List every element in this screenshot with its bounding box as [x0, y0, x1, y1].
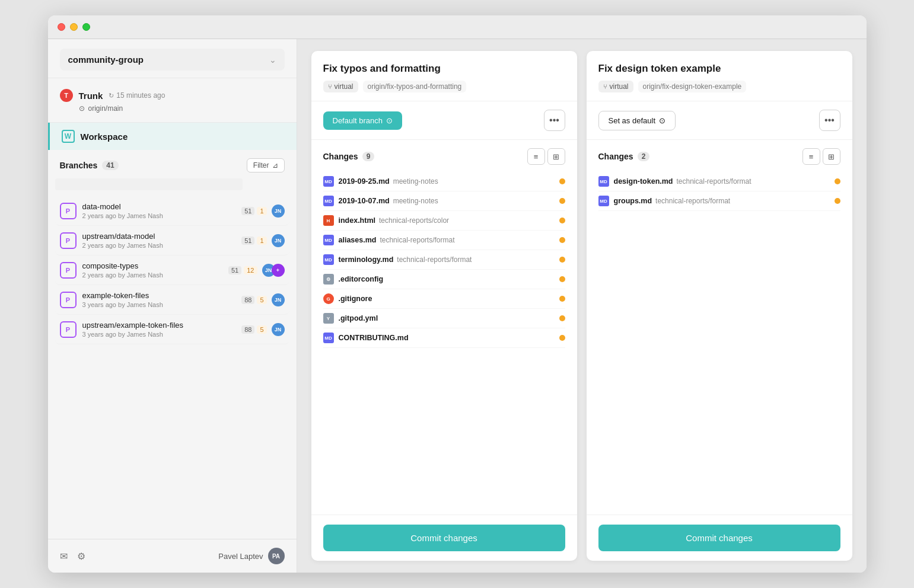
file-type-icon: MD: [598, 176, 609, 187]
avatar-multi: JN +: [262, 264, 285, 277]
list-view-button-2[interactable]: ≡: [802, 148, 820, 165]
more-options-button-2[interactable]: •••: [819, 110, 840, 131]
set-default-button[interactable]: Set as default ⊙: [598, 111, 676, 130]
title-bar: [48, 15, 867, 39]
list-item[interactable]: P data-model 2 years ago by James Nash 5…: [55, 196, 289, 226]
commit-btn-area-2: Commit changes: [587, 514, 852, 561]
close-button[interactable]: [58, 23, 65, 31]
file-item[interactable]: MD terminology.md technical-reports/form…: [323, 250, 565, 270]
file-status-dot: [559, 315, 565, 321]
set-default-label: Set as default: [609, 116, 656, 125]
file-path: technical-reports/color: [379, 216, 559, 225]
file-name: index.html: [339, 216, 376, 225]
branch-meta: 2 years ago by James Nash: [82, 212, 242, 219]
user-avatar: PA: [268, 548, 285, 564]
workspace-selector[interactable]: community-group ⌄: [60, 49, 285, 71]
branch-stats: 51 1: [241, 207, 266, 215]
stat-badge-changes: 1: [257, 237, 266, 245]
badge-virtual-label-2: virtual: [610, 82, 629, 91]
workspace-item[interactable]: W Workspace: [48, 123, 297, 150]
file-item[interactable]: G .gitignore: [323, 289, 565, 309]
file-path: technical-reports/format: [677, 177, 835, 186]
file-item[interactable]: MD 2019-10-07.md meeting-notes: [323, 191, 565, 211]
changes-view-buttons-1: ≡ ⊞: [527, 148, 565, 165]
file-item[interactable]: MD aliases.md technical-reports/format: [323, 231, 565, 250]
file-status-dot: [559, 178, 565, 184]
branches-header: Branches 41 Filter ⊿: [48, 150, 297, 178]
list-item[interactable]: P example-token-files 3 years ago by Jam…: [55, 285, 289, 315]
changes-title-2: Changes 2: [598, 152, 650, 161]
more-options-button-1[interactable]: •••: [544, 110, 565, 131]
changes-title-1: Changes 9: [323, 152, 375, 161]
file-path: technical-reports/format: [380, 236, 559, 244]
tree-view-button-2[interactable]: ⊞: [823, 148, 840, 165]
list-item[interactable]: P upstream/example-token-files 3 years a…: [55, 315, 289, 344]
default-branch-button[interactable]: Default branch ⊙: [323, 111, 403, 130]
trunk-time: ↻ 15 minutes ago: [109, 91, 165, 100]
file-status-dot: [835, 178, 840, 184]
filter-icon: ⊿: [272, 161, 278, 170]
workspace-name: community-group: [68, 55, 144, 65]
file-type-icon: MD: [323, 333, 334, 343]
virtual-icon: ⑂: [328, 83, 332, 90]
list-item[interactable]: P upstream/data-model 2 years ago by Jam…: [55, 226, 289, 255]
filter-label: Filter: [253, 161, 269, 170]
file-type-icon: MD: [323, 254, 334, 265]
file-item[interactable]: MD groups.md technical-reports/format: [598, 191, 840, 211]
trunk-origin-text: origin/main: [88, 104, 123, 113]
trunk-section: T Trunk ↻ 15 minutes ago ⊙ origin/main: [48, 78, 297, 123]
chevron-down-icon: ⌄: [269, 55, 276, 65]
file-name: design-token.md: [614, 177, 673, 186]
file-path: meeting-notes: [393, 177, 559, 186]
file-item[interactable]: H index.html technical-reports/color: [323, 211, 565, 231]
branch-stats: 88 5: [241, 296, 266, 304]
changes-count-1: 9: [362, 152, 375, 161]
file-item[interactable]: MD 2019-09-25.md meeting-notes: [323, 172, 565, 191]
file-path: meeting-notes: [393, 197, 559, 205]
file-name: .editorconfig: [339, 275, 384, 283]
minimize-button[interactable]: [70, 23, 78, 31]
stat-badge-changes: 1: [257, 207, 266, 215]
file-name: CONTRIBUTING.md: [339, 334, 409, 342]
stat-badge-changes: 5: [257, 296, 266, 304]
file-type-icon: MD: [323, 196, 334, 206]
changes-view-buttons-2: ≡ ⊞: [802, 148, 840, 165]
mail-icon[interactable]: ✉: [60, 551, 68, 562]
branch-icon: P: [60, 262, 77, 279]
branch-name: upstream/example-token-files: [82, 321, 242, 330]
branch-info: composite-types 2 years ago by James Nas…: [82, 261, 229, 279]
file-item[interactable]: MD CONTRIBUTING.md: [323, 328, 565, 348]
trunk-label: Trunk: [79, 91, 103, 101]
branches-title: Branches 41: [60, 161, 119, 170]
list-item[interactable]: P composite-types 2 years ago by James N…: [55, 255, 289, 285]
filter-button[interactable]: Filter ⊿: [247, 158, 285, 172]
file-name: aliases.md: [339, 236, 377, 244]
tree-view-button-1[interactable]: ⊞: [547, 148, 565, 165]
stat-badge-commits: 88: [241, 325, 254, 334]
branch-info: upstream/example-token-files 3 years ago…: [82, 321, 242, 338]
list-view-button-1[interactable]: ≡: [527, 148, 545, 165]
branch-icon: P: [60, 321, 77, 338]
file-type-icon: MD: [323, 235, 334, 245]
panel-header-2: Fix design token example ⑂ virtual origi…: [587, 51, 852, 101]
stat-badge-commits: 51: [241, 237, 254, 245]
file-item[interactable]: MD design-token.md technical-reports/for…: [598, 172, 840, 191]
maximize-button[interactable]: [82, 23, 90, 31]
stat-badge-changes: 5: [257, 325, 266, 334]
commit-changes-button-2[interactable]: Commit changes: [598, 525, 840, 551]
file-name: terminology.md: [339, 255, 394, 264]
panel-actions-1: Default branch ⊙ •••: [311, 101, 577, 140]
settings-icon[interactable]: ⚙: [77, 551, 85, 562]
sidebar-footer: ✉ ⚙ Pavel Laptev PA: [48, 539, 297, 573]
trunk-item[interactable]: T Trunk ↻ 15 minutes ago: [60, 84, 285, 104]
branch-meta: 2 years ago by James Nash: [82, 242, 242, 249]
file-item[interactable]: Y .gitpod.yml: [323, 309, 565, 328]
user-name: Pavel Laptev: [218, 552, 263, 561]
sidebar-header: community-group ⌄: [48, 39, 297, 78]
commit-changes-button-1[interactable]: Commit changes: [323, 525, 565, 551]
changes-section-1: Changes 9 ≡ ⊞ MD 2019-09-25.md meeting-n…: [311, 140, 577, 514]
badge-path-2: origin/fix-design-token-example: [638, 81, 747, 92]
file-path: technical-reports/format: [655, 197, 834, 205]
file-item[interactable]: ⚙ .editorconfig: [323, 270, 565, 289]
avatar-secondary: +: [272, 264, 285, 277]
